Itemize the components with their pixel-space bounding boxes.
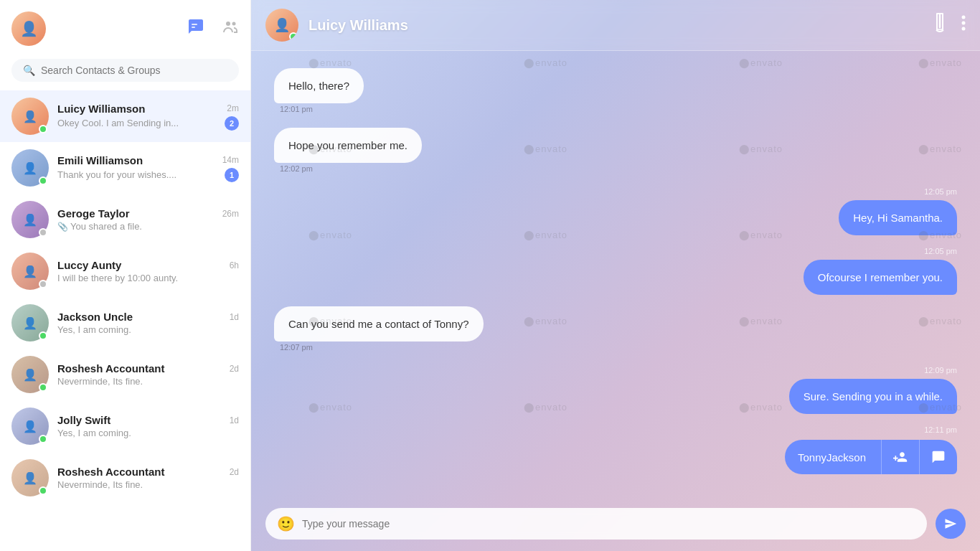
message-bubble: Hey, Hi Samantha. [839,200,957,235]
contact-preview: Okey Cool. I am Sending in... 2 [57,116,239,131]
contact-info: Luccy Aunty 6h I will be there by 10:00 … [57,259,239,283]
online-dot [39,486,47,495]
chat-input-wrap: 🙂 [265,508,927,540]
contact-time: 1d [230,312,239,322]
contact-item[interactable]: 👤 Jackson Uncle 1d Yes, I am coming. [0,297,250,349]
contact-preview: Neverminde, Its fine. [57,479,239,490]
contact-item[interactable]: 👤 Luicy Williamson 2m Okey Cool. I am Se… [0,90,250,142]
contact-time: 2m [227,103,239,113]
contact-msg: Neverminde, Its fine. [57,376,143,387]
emoji-button[interactable]: 🙂 [277,515,295,532]
svg-point-11 [962,16,966,19]
contact-preview: I will be there by 10:00 aunty. [57,273,239,283]
online-dot [39,383,47,392]
contact-msg: Yes, I am coming. [57,428,131,438]
message-input[interactable] [302,518,915,529]
contact-item[interactable]: 👤 Roshesh Accountant 2d Neverminde, Its … [0,452,250,504]
search-bar: 🔍 [11,59,239,82]
svg-rect-10 [942,13,943,30]
contact-avatar-wrap: 👤 [11,98,49,135]
svg-rect-9 [936,13,938,30]
svg-rect-1 [192,27,195,28]
message-time: 12:05 pm [924,247,957,255]
contact-avatar-wrap: 👤 [11,459,49,496]
contact-preview: Neverminde, Its fine. [57,376,239,387]
online-dot [39,280,47,288]
message-bubble: Hope you remember me. [274,128,422,163]
add-contact-button[interactable] [882,440,920,474]
contact-item[interactable]: 👤 Luccy Aunty 6h I will be there by 10:0… [0,245,250,297]
contact-info: Jolly Swift 1d Yes, I am coming. [57,414,239,438]
contact-preview: Thank you for your wishes.... 1 [57,168,239,182]
message-row: 12:11 pm Tonny⁠Jackson [274,425,957,474]
contact-avatar-wrap: 👤 [11,149,49,187]
message-row: Hello, there? 12:01 pm [274,68,957,116]
header-icons [187,18,239,39]
message-bubble: Can you send me a contact of Tonny? [274,306,484,342]
online-dot [39,435,47,443]
unread-badge: 1 [225,168,239,182]
online-dot [39,228,47,237]
contact-top: Geroge Taylor 26m [57,207,239,220]
message-row: Can you send me a contact of Tonny? 12:0… [274,306,957,354]
online-dot [39,176,47,185]
contact-msg: Okey Cool. I am Sending in... [57,118,179,128]
contact-top: Roshesh Accountant 2d [57,466,239,478]
contacts-icon[interactable] [222,18,239,39]
chat-header-actions [931,13,966,37]
contact-time: 2d [230,467,239,477]
contact-name: Jolly Swift [57,414,110,426]
sidebar-header: 👤 [0,0,250,53]
contact-time: 1d [230,415,239,425]
svg-point-13 [962,27,966,31]
contact-avatar-wrap: 👤 [11,253,49,290]
contact-card-name: Tonny⁠Jackson [785,441,881,474]
chat-header: 👤 Luicy Williams [251,0,980,51]
svg-rect-8 [937,13,943,14]
sidebar: 👤 🔍 [0,0,251,551]
unread-badge: 2 [225,116,239,131]
file-icon: 📎 [57,222,68,232]
contact-top: Luccy Aunty 6h [57,259,239,271]
contact-info: Roshesh Accountant 2d Neverminde, Its fi… [57,362,239,387]
contact-msg: 📎You shared a file. [57,221,142,232]
svg-point-2 [226,22,230,26]
contact-item[interactable]: 👤 Emili Williamson 14m Thank you for you… [0,142,250,194]
contact-name: Luccy Aunty [57,259,121,271]
online-status-indicator [289,32,298,41]
chat-area: ⬤envato ⬤envato ⬤envato ⬤envato ⬤envato … [251,0,980,551]
contact-info: Geroge Taylor 26m 📎You shared a file. [57,207,239,232]
send-button[interactable] [936,509,966,539]
chat-input-area: 🙂 [251,496,980,551]
contact-msg: Thank you for your wishes.... [57,169,176,180]
contact-name: Emili Williamson [57,154,143,166]
message-time: 12:05 pm [924,187,957,196]
chat-icon[interactable] [187,18,204,39]
contact-preview: 📎You shared a file. [57,221,239,232]
svg-point-3 [232,22,236,26]
contact-avatar-wrap: 👤 [11,356,49,393]
contact-avatar-wrap: 👤 [11,304,49,342]
contact-time: 14m [222,155,239,165]
contact-item[interactable]: 👤 Jolly Swift 1d Yes, I am coming. [0,400,250,452]
contact-time: 2d [230,364,239,374]
attach-button[interactable] [931,13,948,37]
message-bubble: Ofcourse I remember you. [804,260,957,295]
chat-header-avatar: 👤 [265,9,298,42]
message-time: 12:07 pm [274,343,484,352]
contact-name: Roshesh Accountant [57,466,164,478]
message-contact-button[interactable] [920,440,957,474]
user-avatar[interactable]: 👤 [11,11,46,46]
contact-item[interactable]: 👤 Geroge Taylor 26m 📎You shared a file. [0,194,250,245]
contact-top: Roshesh Accountant 2d [57,362,239,375]
contact-item[interactable]: 👤 Roshesh Accountant 2d Neverminde, Its … [0,349,250,400]
more-options-button[interactable] [961,15,966,35]
search-input[interactable] [41,65,227,76]
contact-preview: Yes, I am coming. [57,428,239,438]
contact-name: Roshesh Accountant [57,362,164,375]
contact-preview: Yes, I am coming. [57,324,239,335]
contact-avatar-wrap: 👤 [11,408,49,445]
message-row: 12:09 pm Sure. Sending you in a while. [274,366,957,414]
message-time: 12:02 pm [274,164,422,173]
search-icon: 🔍 [23,65,35,76]
